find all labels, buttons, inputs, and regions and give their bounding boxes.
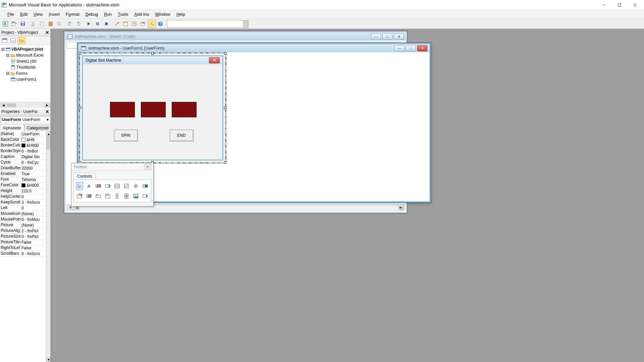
property-row[interactable]: EnabledTrue: [0, 171, 51, 177]
view-object-button[interactable]: [9, 37, 17, 44]
save-button[interactable]: [19, 20, 27, 28]
tool-label[interactable]: A: [85, 182, 93, 190]
property-row[interactable]: KeepScrollB3 - fmScro: [0, 200, 51, 205]
tool-checkbox[interactable]: [123, 182, 130, 190]
property-row[interactable]: BackColor&H8▾: [0, 137, 51, 143]
scroll-up-icon[interactable]: ▴: [46, 131, 51, 136]
property-row[interactable]: Left0: [0, 205, 51, 211]
resize-handle[interactable]: [79, 107, 81, 109]
code-window-close-button[interactable]: ✕: [394, 34, 404, 40]
property-row[interactable]: ForeColor&H800: [0, 183, 51, 188]
toolbox-window[interactable]: Toolbox ✕ Controls A ab xy ab: [71, 163, 154, 206]
menu-insert[interactable]: Insert: [46, 11, 62, 18]
break-button[interactable]: [94, 20, 102, 28]
toolbox-tab-controls[interactable]: Controls: [73, 173, 96, 180]
window-minimize-button[interactable]: [596, 0, 612, 10]
toggle-folders-button[interactable]: [18, 37, 25, 44]
window-maximize-button[interactable]: [612, 0, 627, 10]
window-close-button[interactable]: [627, 0, 643, 10]
property-row[interactable]: Height210.5: [0, 188, 51, 194]
scroll-left-icon[interactable]: ◄: [1, 103, 6, 108]
tool-combobox[interactable]: [104, 182, 111, 190]
form-window-maximize-button[interactable]: □: [406, 45, 416, 51]
properties-panel-close-button[interactable]: ✕: [45, 109, 49, 114]
tool-listbox[interactable]: [113, 182, 121, 190]
help-button[interactable]: ?: [156, 20, 164, 28]
property-row[interactable]: CaptionDigital Slo: [0, 154, 51, 160]
property-row[interactable]: FontTahoma: [0, 177, 51, 183]
tool-select-pointer[interactable]: [76, 182, 83, 190]
scroll-down-icon[interactable]: ▾: [46, 357, 51, 362]
tool-textbox[interactable]: ab: [95, 182, 102, 190]
form-window-close-button[interactable]: ✕: [417, 45, 427, 51]
tool-image[interactable]: [132, 192, 140, 200]
toolbox-button[interactable]: [148, 20, 156, 28]
find-button[interactable]: [55, 20, 63, 28]
scroll-thumb[interactable]: [7, 103, 16, 107]
toolbox-titlebar[interactable]: Toolbox ✕: [71, 163, 153, 171]
scroll-thumb[interactable]: [46, 136, 51, 149]
undo-button[interactable]: [66, 20, 74, 28]
userform-close-button[interactable]: ✕: [209, 57, 220, 63]
slot-reel-2[interactable]: [141, 102, 166, 117]
redo-button[interactable]: [74, 20, 83, 28]
tool-tabstrip[interactable]: [95, 192, 102, 200]
property-row[interactable]: Cycle0 - fmCyc: [0, 160, 51, 166]
property-row[interactable]: DrawBuffer32000: [0, 166, 51, 171]
scroll-right-icon[interactable]: ►: [45, 103, 50, 108]
properties-grid[interactable]: (Name)UserFormBackColor&H8▾BorderColo&H8…: [0, 131, 51, 362]
tool-multipage[interactable]: [104, 192, 111, 200]
design-mode-button[interactable]: [113, 20, 121, 28]
resize-handle[interactable]: [151, 52, 154, 55]
sheet1-label[interactable]: Sheet1 (Sh: [16, 59, 37, 64]
tool-frame[interactable]: xy: [76, 192, 83, 200]
tool-togglebutton[interactable]: [142, 182, 149, 190]
property-row[interactable]: PictureTilinFalse: [0, 240, 51, 245]
tree-collapse-icon[interactable]: ⊟: [6, 53, 9, 58]
tool-optionbutton[interactable]: [132, 182, 140, 190]
properties-object-combo[interactable]: UserForm UserForm ▾: [1, 116, 50, 123]
tree-collapse-icon[interactable]: ⊟: [6, 71, 9, 76]
tab-categorized[interactable]: Categorized: [24, 124, 51, 131]
insert-dropdown-button[interactable]: [10, 20, 18, 28]
resize-handle[interactable]: [79, 52, 81, 55]
tool-spinbutton[interactable]: [123, 192, 130, 200]
project-tree[interactable]: ⊟VBAProject (slot ⊟Microsoft Excel Sheet…: [0, 45, 51, 102]
end-button[interactable]: END: [170, 130, 193, 141]
property-row[interactable]: HelpContex0: [0, 194, 51, 200]
code-window-maximize-button[interactable]: □: [382, 34, 392, 40]
code-window-minimize-button[interactable]: —: [371, 34, 381, 40]
dropdown-icon[interactable]: ▾: [47, 117, 49, 122]
resize-handle[interactable]: [224, 107, 226, 109]
menu-file[interactable]: File: [5, 11, 17, 18]
paste-button[interactable]: [47, 20, 55, 28]
property-row[interactable]: MousePoin0 - fmMou: [0, 217, 51, 223]
menu-edit[interactable]: Edit: [17, 11, 30, 18]
slot-reel-1[interactable]: [110, 102, 135, 117]
properties-vscrollbar[interactable]: ▴ ▾: [46, 131, 51, 362]
view-excel-button[interactable]: X: [1, 20, 9, 28]
slot-reel-3[interactable]: [172, 102, 197, 117]
run-button[interactable]: [85, 20, 93, 28]
project-panel-close-button[interactable]: ✕: [45, 30, 49, 35]
tool-scrollbar[interactable]: [113, 192, 121, 200]
tool-commandbutton[interactable]: ab: [85, 192, 93, 200]
menu-window[interactable]: Window: [153, 11, 173, 18]
userform-preview[interactable]: Digital Slot Machine ✕ SPIN END: [82, 55, 223, 161]
property-row[interactable]: BorderStyle0 - fmBor: [0, 148, 51, 154]
menu-addins[interactable]: Add-Ins: [131, 11, 152, 18]
menu-tools[interactable]: Tools: [115, 11, 131, 18]
property-row[interactable]: PictureAlig2 - fmPict: [0, 228, 51, 234]
property-row[interactable]: ScrollBars0 - fmScro: [0, 251, 51, 257]
form-window-titlebar[interactable]: slotmachine.xlsm - UserForm1 (UserForm) …: [79, 44, 429, 52]
menu-run[interactable]: Run: [101, 11, 114, 18]
code-window-titlebar[interactable]: slotmachine.xlsm - Sheet1 (Code) — □ ✕: [65, 33, 406, 41]
object-browser-button[interactable]: [139, 20, 147, 28]
property-row[interactable]: MouseIcon(None): [0, 211, 51, 217]
project-explorer-button[interactable]: [121, 20, 129, 28]
resize-grip-icon[interactable]: [400, 206, 405, 210]
properties-window-button[interactable]: [130, 20, 138, 28]
procedure-combo[interactable]: [167, 20, 244, 27]
tool-refedit[interactable]: [142, 192, 149, 200]
menu-view[interactable]: View: [31, 11, 46, 18]
